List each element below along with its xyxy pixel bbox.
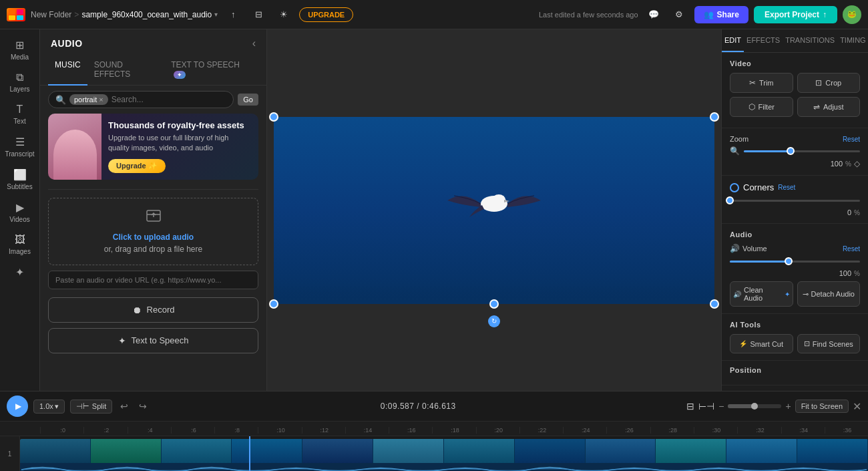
sidebar-item-transcript[interactable]: ☰ Transcript	[3, 132, 37, 162]
tab-effects[interactable]: EFFECTS	[744, 29, 783, 52]
clean-audio-button[interactable]: 🔊 Clean Audio ✦	[730, 281, 793, 307]
corner-handle-tl[interactable]	[269, 112, 278, 122]
search-tag[interactable]: portrait ×	[69, 94, 108, 105]
play-button[interactable]: ▶	[7, 396, 28, 417]
search-input[interactable]	[112, 95, 227, 104]
corners-slider[interactable]	[730, 195, 860, 206]
ruler-mark: :4	[128, 427, 171, 434]
stitch-icon[interactable]: ⊟	[686, 401, 694, 412]
corners-header: Corners Reset	[730, 182, 860, 192]
search-go-button[interactable]: Go	[238, 94, 258, 106]
timeline-zoom-slider[interactable]	[728, 404, 781, 408]
tab-sound-effects[interactable]: SOUND EFFECTS	[87, 55, 165, 86]
video-track-bar[interactable]	[20, 439, 868, 471]
sidebar-item-effects[interactable]: ✦	[3, 262, 37, 283]
undo-button[interactable]: ↩	[118, 398, 131, 414]
settings-icon[interactable]: ⚙	[669, 5, 689, 25]
upgrade-card-button[interactable]: Upgrade ✨	[108, 159, 166, 173]
corner-handle-br[interactable]	[710, 299, 719, 309]
tag-remove-icon[interactable]: ×	[99, 96, 103, 104]
search-area: 🔍 portrait × Go	[40, 86, 266, 114]
sidebar-item-videos[interactable]: ▶ Videos	[3, 197, 37, 227]
tab-text-to-speech[interactable]: TEXT TO SPEECH ✦	[164, 55, 258, 86]
corners-preview-icon	[730, 183, 739, 192]
people-icon: 👥	[704, 10, 714, 19]
sidebar-item-media[interactable]: ⊞ Media	[3, 35, 37, 65]
trim-crop-row: ✂ Trim ⊡ Crop	[730, 73, 860, 93]
volume-reset-link[interactable]: Reset	[843, 245, 860, 253]
breadcrumb-sep: >	[74, 10, 79, 19]
corners-value: 0	[831, 208, 851, 216]
speed-button[interactable]: 1.0x ▾	[33, 400, 65, 414]
skip-icon[interactable]: ⊢⊣	[698, 401, 714, 412]
speaker-icon: 🔊	[730, 244, 740, 253]
zoom-slider[interactable]: 🔍	[730, 146, 860, 156]
export-label: Export Project	[765, 10, 819, 19]
playhead[interactable]	[249, 436, 250, 471]
fit-to-screen-button[interactable]: Fit to Screen	[795, 400, 849, 413]
text-to-speech-button[interactable]: ✦ Text to Speech	[48, 328, 258, 353]
zoom-section: Zoom Reset 🔍 100 % ◇	[722, 128, 868, 176]
timeline-zoom-out[interactable]: −	[718, 401, 724, 412]
trim-button[interactable]: ✂ Trim	[730, 73, 793, 93]
ruler-mark: :16	[389, 427, 432, 434]
video-section: Video ✂ Trim ⊡ Crop ⬡ Filter ⇌ Adjus	[722, 53, 868, 128]
export-button[interactable]: Export Project ↑	[754, 6, 837, 23]
zoom-reset-link[interactable]: Reset	[843, 136, 860, 143]
corners-reset-link[interactable]: Reset	[778, 184, 795, 191]
chevron-down-icon[interactable]: ▾	[214, 11, 218, 18]
record-button[interactable]: ⏺ Record	[48, 297, 258, 323]
adjust-button[interactable]: ⇌ Adjust	[797, 97, 861, 117]
upgrade-card-content: Thousands of royalty-free assets Upgrade…	[101, 114, 258, 180]
crop-button[interactable]: ⊡ Crop	[797, 73, 861, 93]
folder-name[interactable]: New Folder	[31, 10, 71, 19]
redo-button[interactable]: ↪	[136, 398, 150, 414]
corner-handle-bl[interactable]	[269, 299, 278, 309]
split-button[interactable]: ⊣⊢ Split	[70, 400, 112, 414]
volume-slider[interactable]	[730, 256, 860, 267]
upload-icon	[146, 208, 162, 227]
tts-icon: ✦	[118, 335, 126, 346]
tool-sidebar: ⊞ Media ⧉ Layers T Text ☰ Transcript ⬜ S…	[0, 29, 40, 391]
tab-transitions[interactable]: TRANSITIONS	[783, 29, 837, 52]
search-pill: 🔍 portrait ×	[48, 91, 234, 108]
bird-image	[444, 170, 544, 237]
position-section-title: Position	[730, 366, 860, 374]
filter-button[interactable]: ⬡ Filter	[730, 97, 793, 117]
upload-area[interactable]: Click to upload audio or, drag and drop …	[48, 198, 258, 265]
canvas-area: ↻	[267, 29, 721, 391]
find-scenes-button[interactable]: ⊡ Find Scenes	[797, 334, 861, 353]
upgrade-button[interactable]: UPGRADE	[299, 7, 353, 22]
sidebar-item-subtitles[interactable]: ⬜ Subtitles	[3, 164, 37, 194]
record-icon: ⏺	[132, 305, 142, 315]
timeline-zoom-in[interactable]: +	[785, 401, 791, 412]
panel-close-button[interactable]: ‹	[252, 37, 256, 49]
zoom-out-icon: 🔍	[730, 146, 740, 156]
chat-icon[interactable]: 💬	[644, 5, 664, 25]
tab-music[interactable]: MUSIC	[48, 55, 87, 86]
sidebar-item-layers[interactable]: ⧉ Layers	[3, 67, 37, 97]
user-avatar[interactable]: 🐸	[843, 5, 861, 24]
sun-icon[interactable]: ☀	[274, 5, 294, 25]
corner-handle-tr[interactable]	[710, 112, 719, 122]
svg-rect-2	[9, 15, 15, 20]
tab-edit[interactable]: EDIT	[722, 29, 744, 52]
share-button[interactable]: 👥 Share	[694, 6, 748, 23]
track-content[interactable]	[20, 436, 868, 471]
detach-audio-button[interactable]: ⊸ Detach Audio	[797, 281, 861, 307]
ruler-mark: :10	[258, 427, 301, 434]
share-icon-btn[interactable]: ↑	[223, 5, 243, 25]
corner-handle-bc[interactable]	[489, 299, 499, 309]
close-timeline-button[interactable]: ✕	[853, 400, 861, 413]
monitor-icon[interactable]: ⊟	[248, 5, 268, 25]
tab-timing[interactable]: TIMING	[837, 29, 868, 52]
sidebar-item-text[interactable]: T Text	[3, 100, 37, 129]
smart-cut-button[interactable]: ⚡ Smart Cut	[730, 334, 793, 353]
subtitles-icon: ⬜	[13, 168, 27, 181]
sidebar-item-images[interactable]: 🖼 Images	[3, 230, 37, 259]
url-input[interactable]	[48, 271, 258, 289]
ruler-mark: :22	[519, 427, 563, 434]
trim-icon: ✂	[749, 78, 756, 88]
rotate-handle[interactable]: ↻	[488, 315, 500, 327]
svg-rect-1	[17, 9, 23, 15]
